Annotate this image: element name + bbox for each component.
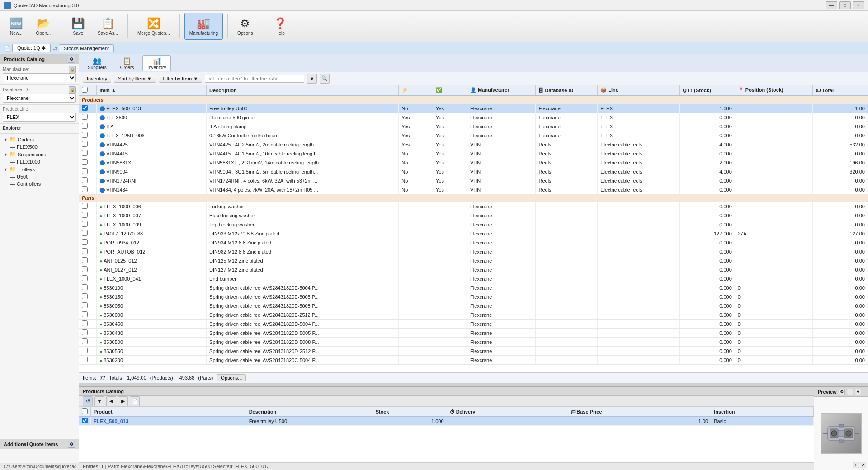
cat-col-desc[interactable]: Description (246, 407, 373, 417)
catalog-table-container[interactable]: Product Description Stock ⏱ Delivery 🏷 B… (79, 407, 814, 462)
inventory-toolbar-btn[interactable]: Inventory (83, 75, 111, 83)
catalog-copy-btn[interactable]: 📄 (130, 396, 140, 406)
open-button[interactable]: 📂 Open... (31, 13, 56, 40)
table-row-part-9[interactable]: ●8530100 Spring driven cable reel AVS284… (79, 283, 868, 292)
tree-node-controllers[interactable]: — Controllers (8, 180, 77, 188)
row-checkbox[interactable] (82, 221, 88, 227)
table-row-product-6[interactable]: 🔵VHN5831XF VHN5831XF , 2G1mm2, 14m cable… (79, 158, 868, 167)
row-checkbox[interactable] (82, 239, 88, 245)
table-row-part-11[interactable]: ●8530050 Spring driven cable reel AVS284… (79, 301, 868, 310)
manufacturer-lock-icon[interactable]: 🔒 (69, 66, 76, 73)
select-all-checkbox[interactable] (82, 87, 88, 93)
help-button[interactable]: ❓ Help (268, 13, 293, 40)
row-check[interactable] (79, 292, 97, 301)
table-row-part-14[interactable]: ●8530480 Spring driven cable reel AVS284… (79, 329, 868, 338)
table-row-part-7[interactable]: ●ANI_0127_012 DIN127 M12 Zinc plated Fle… (79, 265, 868, 274)
vertical-splitter[interactable]: • • • • • • • • • (79, 383, 868, 386)
row-checkbox[interactable] (82, 150, 88, 156)
row-checkbox[interactable] (82, 248, 88, 254)
row-check[interactable] (79, 185, 97, 194)
row-check[interactable] (79, 356, 97, 365)
row-checkbox[interactable] (82, 348, 88, 353)
col-line-header[interactable]: 📦 Line (598, 85, 680, 96)
row-check[interactable] (79, 247, 97, 256)
row-checkbox[interactable] (82, 320, 88, 326)
table-row-product-8[interactable]: 🔵VHN1724RNF VHN1724RNF, 4 poles, 6kW, 32… (79, 176, 868, 185)
tab-suppliers[interactable]: 👥 Suppliers (83, 55, 112, 71)
row-checkbox[interactable] (82, 168, 88, 174)
row-checkbox[interactable] (82, 159, 88, 165)
table-row-product-4[interactable]: 🔵VHN4425 VHN4425 , 4G2.5mm2, 2m cable re… (79, 140, 868, 149)
table-row-part-5[interactable]: ●POR_AUTOB_012 DIN982 M12 8.8 Zinc plate… (79, 247, 868, 256)
options-button[interactable]: ⚙ Options (232, 13, 258, 40)
tree-node-flex1000[interactable]: — FLEX1000 (8, 158, 77, 165)
catalog-filter-btn[interactable]: ▼ (94, 396, 104, 406)
row-checkbox[interactable] (82, 105, 88, 111)
row-check[interactable] (79, 265, 97, 274)
table-row-part-13[interactable]: ●8530450 Spring driven cable reel AVS284… (79, 320, 868, 329)
row-checkbox[interactable] (82, 357, 88, 362)
cat-select-all[interactable] (82, 408, 88, 414)
preview-icon-btn-2[interactable]: — (847, 389, 853, 395)
col-pos-header[interactable]: 📍 Position (Stock) (735, 85, 813, 96)
close-button[interactable]: × (853, 1, 864, 9)
row-check[interactable] (79, 238, 97, 247)
cat-col-product[interactable]: Product (91, 407, 246, 417)
row-checkbox[interactable] (82, 123, 88, 129)
row-check[interactable] (79, 283, 97, 292)
new-button[interactable]: 🆕 New... (4, 13, 29, 40)
table-row-part-3[interactable]: ●P4017_12070_88 DIN933 M12x70 8.8 Zinc p… (79, 229, 868, 238)
cat-col-insertion[interactable]: Insertion (711, 407, 814, 417)
row-check[interactable] (79, 113, 97, 122)
table-row-part-15[interactable]: ●8530500 Spring driven cable reel AVS284… (79, 338, 868, 347)
row-checkbox[interactable] (82, 293, 88, 299)
filter-input[interactable] (205, 75, 304, 83)
save-button[interactable]: 💾 Save (66, 13, 91, 40)
options-button[interactable]: Options... (217, 374, 246, 381)
filter-clear-btn[interactable]: 🔍 (320, 74, 330, 84)
table-row-product-2[interactable]: 🔵IFA IFA sliding clamp Yes Yes Flexcrane… (79, 122, 868, 131)
col-qtt-header[interactable]: QTT (Stock) (680, 85, 735, 96)
tab-orders[interactable]: 📋 Orders (115, 55, 139, 71)
table-row-part-0[interactable]: ●FLEX_1000_006 Locking washer Flexcrane … (79, 202, 868, 211)
row-checkbox[interactable] (82, 284, 88, 290)
col-c1-header[interactable]: ⚡ (399, 85, 433, 96)
row-checkbox[interactable] (82, 329, 88, 335)
tab-stocks[interactable]: Stocks Management (59, 44, 114, 52)
tree-node-girders[interactable]: ▼ 📁 Girders (2, 136, 77, 143)
row-check[interactable] (79, 167, 97, 176)
col-total-header[interactable]: 🏷 Total (813, 85, 868, 96)
product-line-select[interactable]: FLEX (3, 113, 76, 122)
tab-quote[interactable]: Quote: 1Q ✱ (12, 44, 51, 52)
table-row-part-10[interactable]: ●8530150 Spring driven cable reel AVS284… (79, 292, 868, 301)
catalog-refresh-btn[interactable]: ↺ (83, 396, 93, 406)
row-checkbox[interactable] (82, 114, 88, 120)
table-row-product-5[interactable]: 🔵VHN4415 VHN4415 , 4G1.5mm2, 10m cable r… (79, 149, 868, 158)
table-row-part-1[interactable]: ●FLEX_1000_007 Base locking washer Flexc… (79, 211, 868, 220)
table-row-part-2[interactable]: ●FLEX_1000_009 Top blocking washer Flexc… (79, 220, 868, 229)
database-id-lock-icon[interactable]: 🔒 (69, 86, 76, 94)
row-check[interactable] (79, 122, 97, 131)
cat-col-stock[interactable]: Stock (373, 407, 447, 417)
row-checkbox[interactable] (82, 203, 88, 209)
table-row-product-7[interactable]: 🔵VHN9004 VHN9004 , 3G1.5mm2, 5m cable re… (79, 167, 868, 176)
col-c2-header[interactable]: ✅ (433, 85, 467, 96)
col-desc-header[interactable]: Description (207, 85, 399, 96)
row-checkbox[interactable] (82, 177, 88, 183)
col-mfr-header[interactable]: 👤 Manufacturer (467, 85, 536, 96)
table-row-part-6[interactable]: ●ANI_0125_012 DIN125 M12 Zinc plated Fle… (79, 256, 868, 265)
cat-row-check[interactable] (79, 417, 91, 426)
minimize-button[interactable]: — (826, 1, 837, 9)
preview-zoom-out[interactable]: ↗ (860, 462, 866, 468)
row-check[interactable] (79, 158, 97, 167)
addon-items-options[interactable]: ⚙ (68, 441, 75, 448)
inventory-table-container[interactable]: Item ▲ Description ⚡ ✅ 👤 Manufacturer 🗄 … (79, 85, 868, 372)
tree-node-u500[interactable]: — U500 (8, 173, 77, 180)
row-check[interactable] (79, 220, 97, 229)
table-row-product-1[interactable]: 🔵FLEX500 Flexcrane 500 girder Yes Yes Fl… (79, 113, 868, 122)
preview-icon-btn-1[interactable]: ⚙ (839, 389, 845, 395)
preview-zoom-in[interactable]: + (853, 462, 859, 468)
cat-col-delivery[interactable]: ⏱ Delivery (447, 407, 567, 417)
table-row-part-4[interactable]: ●POR_0934_012 DIN934 M12 8.8 Zinc plated… (79, 238, 868, 247)
row-check[interactable] (79, 274, 97, 283)
